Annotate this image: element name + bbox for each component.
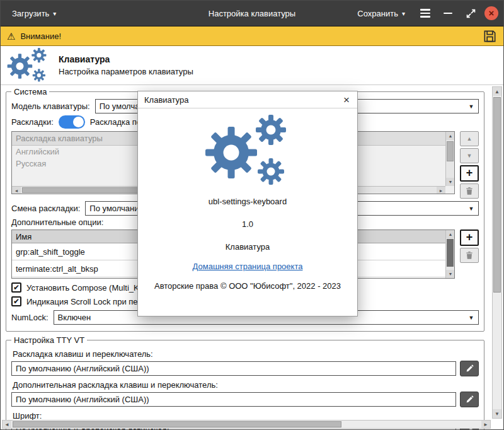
additional-options-label: Дополнительные опции: <box>11 218 103 227</box>
scroll-left-icon[interactable]: ◄ <box>3 421 11 428</box>
hamburger-menu-icon <box>420 9 430 18</box>
titlebar-actions: Сохранить ▾ × <box>351 4 498 22</box>
load-button-label: Загрузить <box>12 9 49 18</box>
scroll-up-icon[interactable]: ▲ <box>493 87 501 96</box>
tty-extra-layout-input[interactable]: По умолчанию (Английский (США)) <box>11 392 456 407</box>
move-layout-down-button[interactable]: ▼ <box>460 148 479 163</box>
app-version-text: 1.0 <box>242 219 253 229</box>
scroll-right-icon[interactable]: ► <box>481 421 490 428</box>
scroll-up-icon[interactable]: ▲ <box>446 230 455 238</box>
scrollbar-thumb[interactable] <box>447 239 454 267</box>
toggle-knob <box>73 117 84 127</box>
arrow-up-icon: ▲ <box>467 136 472 142</box>
tty-layout-label: Раскладка клавиш и переключатель: <box>13 349 478 359</box>
titlebar: Загрузить ▾ Настройка клавиатуры Сохрани… <box>1 1 503 26</box>
minimize-icon <box>444 13 452 15</box>
about-dialog-titlebar: Клавиатура × <box>138 91 357 108</box>
warning-text: Внимание! <box>20 32 61 41</box>
pencil-icon <box>466 364 474 373</box>
tty-section: Настройка TTY VT Раскладка клавиш и пере… <box>6 335 484 430</box>
scrolllock-checkbox[interactable]: ✔ <box>11 296 21 306</box>
project-homepage-link[interactable]: Домашняя страница проекта <box>193 262 303 271</box>
app-window: Загрузить ▾ Настройка клавиатуры Сохрани… <box>0 0 504 430</box>
menu-button[interactable] <box>416 4 434 22</box>
tty-extra-layout-value: По умолчанию (Английский (США)) <box>16 395 149 404</box>
window-title: Настройка клавиатуры <box>209 9 295 18</box>
tty-layout-input[interactable]: По умолчанию (Английский (США)) <box>11 361 456 376</box>
warning-bar: ⚠ Внимание! <box>1 26 503 46</box>
check-icon: ✔ <box>13 284 20 291</box>
caret-down-icon: ▾ <box>402 10 405 17</box>
add-layout-button[interactable]: + <box>460 165 479 182</box>
check-icon: ✔ <box>13 298 20 305</box>
scroll-right-icon[interactable]: ► <box>437 187 445 194</box>
page-title: Клавиатура <box>59 54 193 64</box>
plus-icon: + <box>466 231 473 243</box>
trash-icon <box>465 251 474 260</box>
tty-layout-value: По умолчанию (Английский (США)) <box>16 364 149 373</box>
window-vertical-scrollbar[interactable]: ▲ ▼ <box>492 86 502 419</box>
load-button[interactable]: Загрузить ▾ <box>6 5 62 22</box>
copyright-text: Авторские права © ООО "Юбисофт", 2022 - … <box>154 281 341 291</box>
scrollbar-track[interactable] <box>493 96 501 409</box>
close-button[interactable]: × <box>484 6 498 20</box>
dropdown-arrow-icon: ▼ <box>464 103 478 110</box>
scrollbar-track[interactable] <box>446 140 454 178</box>
app-gears-icon <box>205 115 290 188</box>
table-vertical-scrollbar[interactable]: ▲ ▼ <box>445 230 454 278</box>
scrollbar-track[interactable] <box>446 238 454 270</box>
caret-down-icon: ▾ <box>53 10 56 17</box>
app-description-text: Клавиатура <box>226 242 270 252</box>
scrollbar-track[interactable] <box>11 421 481 428</box>
layouts-label: Раскладки: <box>11 117 54 127</box>
default-layout-toggle-label: Раскладка по <box>90 117 141 127</box>
page-header: Клавиатура Настройка параметров клавиату… <box>1 46 503 85</box>
scroll-left-icon[interactable]: ◄ <box>12 187 21 194</box>
scrollbar-thumb[interactable] <box>447 141 454 161</box>
scrollbar-thumb[interactable] <box>13 421 341 427</box>
dropdown-arrow-icon: ▼ <box>464 315 478 321</box>
pencil-icon <box>466 395 474 404</box>
close-icon: × <box>489 8 495 18</box>
warning-icon: ⚠ <box>7 32 15 41</box>
minimize-button[interactable] <box>439 4 457 22</box>
tty-extra-layout-label: Дополнительная раскладка клавиш и перекл… <box>13 380 478 390</box>
edit-tty-layout-button[interactable] <box>460 361 479 376</box>
about-dialog: Клавиатура × ubl-settings-keyboard 1.0 К… <box>137 91 358 317</box>
expand-icon <box>466 8 476 19</box>
scrollbar-thumb[interactable] <box>493 97 501 293</box>
save-button[interactable]: Сохранить ▾ <box>351 5 411 22</box>
dialog-close-button[interactable]: × <box>342 95 351 105</box>
layout-switch-label: Смена раскладки: <box>11 204 80 213</box>
edit-tty-extra-layout-button[interactable] <box>460 392 479 407</box>
scroll-down-icon[interactable]: ▼ <box>493 409 501 418</box>
layout-list-buttons: ▲ ▼ + <box>460 131 479 199</box>
app-id-text: ubl-settings-keyboard <box>209 197 287 206</box>
delete-option-button[interactable] <box>460 248 479 263</box>
save-button-label: Сохранить <box>357 9 398 18</box>
floppy-disk-icon <box>483 29 497 44</box>
options-table-buttons: + <box>460 230 479 263</box>
arrow-down-icon: ▼ <box>467 153 472 159</box>
scrolllock-checkbox-label: Индикация Scroll Lock при пер <box>26 297 142 306</box>
scroll-down-icon[interactable]: ▼ <box>446 178 455 186</box>
compose-checkbox[interactable]: ✔ <box>11 282 21 293</box>
list-vertical-scrollbar[interactable]: ▲ ▼ <box>445 132 454 186</box>
default-layout-toggle[interactable] <box>59 115 85 129</box>
window-horizontal-scrollbar[interactable]: ◄ ► <box>2 420 491 429</box>
tty-section-legend: Настройка TTY VT <box>11 335 87 345</box>
save-file-button[interactable] <box>483 29 497 44</box>
about-dialog-body: ubl-settings-keyboard 1.0 Клавиатура Дом… <box>138 108 357 316</box>
move-layout-up-button[interactable]: ▲ <box>460 131 479 146</box>
scroll-down-icon[interactable]: ▼ <box>446 270 455 278</box>
keyboard-model-label: Модель клавиатуры: <box>11 102 90 111</box>
scroll-up-icon[interactable]: ▲ <box>446 132 455 140</box>
maximize-button[interactable] <box>462 4 479 22</box>
delete-layout-button[interactable] <box>460 183 479 199</box>
page-subtitle: Настройка параметров клавиатуры <box>59 67 193 76</box>
plus-icon: + <box>466 167 473 178</box>
add-option-button[interactable]: + <box>460 230 479 246</box>
tty-font-label: Шрифт: <box>13 411 478 421</box>
numlock-label: NumLock: <box>11 313 49 322</box>
compose-checkbox-label: Установить Compose (Multi_K <box>26 283 139 293</box>
